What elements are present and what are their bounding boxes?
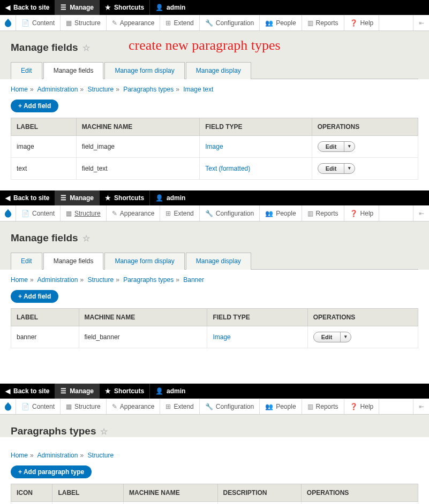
operations-dropbutton[interactable]: Edit▾ [313, 332, 351, 342]
add-field-button[interactable]: + Add field [11, 100, 58, 112]
crumb-paragraphs-types[interactable]: Paragraphs types [123, 86, 174, 93]
menu-structure-label: Structure [74, 403, 101, 410]
menu-help[interactable]: ❓Help [344, 399, 380, 414]
crumb-administration[interactable]: Administration [37, 86, 78, 93]
menu-appearance[interactable]: ✎Appearance [107, 399, 161, 414]
crumb-structure[interactable]: Structure [87, 86, 114, 93]
manage-button[interactable]: ☰Manage [55, 0, 99, 15]
toolbar-orient-button[interactable]: ⇤ [413, 399, 429, 414]
tab-manage-display[interactable]: Manage display [186, 253, 251, 270]
people-icon: 👥 [265, 403, 273, 410]
favorite-star-icon[interactable]: ☆ [82, 43, 90, 53]
menu-content[interactable]: 📄Content [16, 205, 61, 221]
cell-field-type-link[interactable]: Image [213, 333, 230, 341]
config-icon: 🔧 [205, 403, 213, 410]
favorite-star-icon[interactable]: ☆ [100, 426, 108, 437]
user-button[interactable]: 👤admin [150, 190, 191, 205]
op-edit[interactable]: Edit [318, 142, 344, 151]
chevron-down-icon[interactable]: ▾ [344, 142, 355, 151]
menu-extend[interactable]: ⊞Extend [160, 399, 199, 414]
drupal-icon [3, 18, 13, 28]
menu-configuration[interactable]: 🔧Configuration [200, 399, 260, 414]
help-icon: ❓ [350, 403, 358, 410]
cell-label: text [11, 158, 77, 180]
tab-manage-form-display[interactable]: Manage form display [104, 62, 184, 79]
orient-icon: ⇤ [419, 210, 424, 217]
menu-configuration[interactable]: 🔧Configuration [200, 205, 260, 221]
menu-appearance[interactable]: ✎Appearance [107, 205, 161, 221]
menu-structure[interactable]: ▦Structure [61, 205, 107, 221]
cell-field-type-link[interactable]: Text (formatted) [205, 165, 250, 172]
manage-button[interactable]: ☰Manage [55, 190, 99, 205]
menu-configuration[interactable]: 🔧Configuration [200, 15, 260, 30]
menu-extend[interactable]: ⊞Extend [160, 205, 199, 221]
tab-edit[interactable]: Edit [11, 62, 42, 79]
tab-edit[interactable]: Edit [11, 253, 42, 270]
op-edit[interactable]: Edit [318, 164, 344, 173]
toolbar-orient-button[interactable]: ⇤ [413, 205, 429, 221]
crumb-home[interactable]: Home [11, 452, 28, 459]
back-icon: ◀ [5, 194, 10, 202]
menu-people[interactable]: 👥People [260, 15, 302, 30]
user-button[interactable]: 👤admin [150, 384, 191, 399]
crumb-administration[interactable]: Administration [37, 452, 78, 459]
cell-description [217, 502, 301, 505]
back-to-site-button[interactable]: ◀Back to site [0, 0, 55, 15]
cell-machine-name: field_image [76, 136, 200, 158]
menu-structure[interactable]: ▦Structure [61, 15, 107, 30]
tab-manage-form-display[interactable]: Manage form display [104, 253, 184, 270]
menu-reports[interactable]: ▥Reports [302, 15, 344, 30]
shortcuts-label: Shortcuts [114, 387, 144, 395]
shortcuts-button[interactable]: ★Shortcuts [100, 190, 149, 205]
content-icon: 📄 [21, 403, 29, 410]
crumb-structure[interactable]: Structure [87, 276, 114, 284]
op-edit[interactable]: Edit [314, 332, 340, 342]
toolbar-orient-button[interactable]: ⇤ [413, 15, 429, 30]
drupal-logo[interactable] [0, 15, 16, 30]
operations-dropbutton[interactable]: Edit▾ [318, 163, 356, 174]
crumb-administration[interactable]: Administration [37, 276, 78, 284]
add-field-button[interactable]: + Add field [11, 290, 58, 303]
menu-extend[interactable]: ⊞Extend [160, 15, 199, 30]
menu-appearance[interactable]: ✎Appearance [107, 15, 161, 30]
tab-manage-fields[interactable]: Manage fields [43, 253, 104, 270]
menu-content[interactable]: 📄Content [16, 399, 61, 414]
tab-manage-fields[interactable]: Manage fields [43, 62, 104, 79]
chevron-down-icon[interactable]: ▾ [340, 332, 351, 342]
menu-content-label: Content [32, 403, 55, 410]
cell-field-type-link[interactable]: Image [205, 143, 223, 150]
people-icon: 👥 [265, 19, 273, 27]
back-to-site-button[interactable]: ◀Back to site [0, 190, 55, 205]
admin-menu: 📄Content ▦Structure ✎Appearance ⊞Extend … [0, 399, 429, 415]
operations-dropbutton[interactable]: Edit▾ [318, 141, 356, 152]
manage-button[interactable]: ☰Manage [55, 384, 99, 399]
menu-reports[interactable]: ▥Reports [302, 205, 344, 221]
extend-icon: ⊞ [165, 403, 171, 410]
menu-structure[interactable]: ▦Structure [61, 399, 107, 414]
crumb-current[interactable]: Image text [183, 86, 213, 93]
tab-manage-display[interactable]: Manage display [186, 62, 251, 79]
menu-help[interactable]: ❓Help [344, 15, 380, 30]
crumb-current[interactable]: Banner [183, 276, 204, 284]
crumb-paragraphs-types[interactable]: Paragraphs types [123, 276, 174, 284]
back-to-site-button[interactable]: ◀Back to site [0, 384, 55, 399]
menu-reports[interactable]: ▥Reports [302, 399, 344, 414]
favorite-star-icon[interactable]: ☆ [82, 233, 90, 243]
chevron-down-icon[interactable]: ▾ [344, 164, 355, 173]
add-paragraph-type-button[interactable]: + Add paragraph type [11, 465, 92, 478]
crumb-home[interactable]: Home [11, 276, 28, 284]
menu-content[interactable]: 📄Content [16, 15, 61, 30]
shortcuts-button[interactable]: ★Shortcuts [100, 0, 149, 15]
col-label: LABEL [11, 118, 77, 136]
shortcuts-button[interactable]: ★Shortcuts [100, 384, 149, 399]
user-button[interactable]: 👤admin [150, 0, 191, 15]
menu-people[interactable]: 👥People [260, 399, 302, 414]
crumb-home[interactable]: Home [11, 86, 28, 93]
menu-help[interactable]: ❓Help [344, 205, 380, 221]
drupal-logo[interactable] [0, 399, 16, 414]
menu-people[interactable]: 👥People [260, 205, 302, 221]
drupal-logo[interactable] [0, 205, 16, 221]
top-toolbar: ◀Back to site ☰Manage ★Shortcuts 👤admin [0, 0, 429, 15]
crumb-structure[interactable]: Structure [87, 452, 114, 459]
orient-icon: ⇤ [419, 403, 424, 410]
